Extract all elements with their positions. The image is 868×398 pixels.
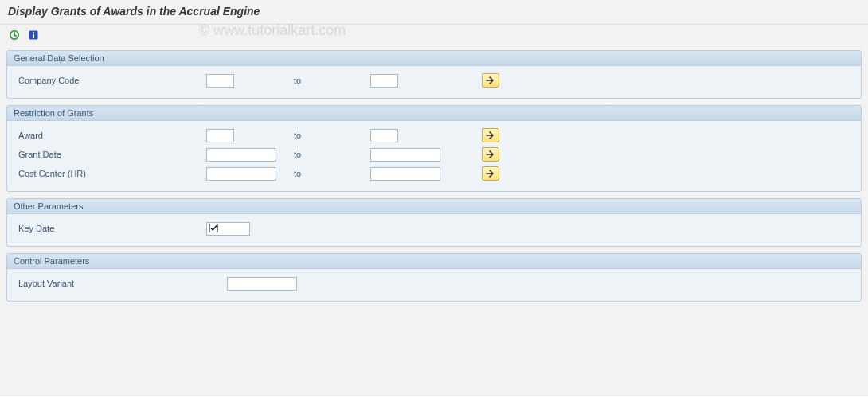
cost-center-to-input[interactable] bbox=[370, 167, 440, 181]
row-award: Award to bbox=[15, 126, 853, 145]
row-company-code: Company Code to bbox=[15, 71, 853, 90]
grant-date-multiselect-button[interactable] bbox=[482, 147, 499, 162]
page-title: Display Grants of Awards in the Accrual … bbox=[8, 5, 860, 18]
title-bar: Display Grants of Awards in the Accrual … bbox=[0, 0, 868, 25]
grant-date-to-input[interactable] bbox=[370, 148, 440, 162]
to-label: to bbox=[294, 169, 370, 178]
arrow-right-icon bbox=[486, 150, 495, 158]
company-code-multiselect-button[interactable] bbox=[482, 73, 499, 88]
group-body-control: Layout Variant bbox=[7, 269, 861, 301]
arrow-right-icon bbox=[486, 76, 495, 84]
info-icon bbox=[28, 29, 39, 41]
group-header-control: Control Parameters bbox=[7, 254, 861, 269]
group-body-other: Key Date bbox=[7, 214, 861, 246]
svg-rect-2 bbox=[33, 32, 34, 33]
key-date-input[interactable] bbox=[206, 222, 250, 236]
row-cost-center: Cost Center (HR) to bbox=[15, 164, 853, 183]
group-body-restriction: Award to Grant Date to bbox=[7, 121, 861, 191]
arrow-right-icon bbox=[486, 170, 495, 178]
layout-variant-label: Layout Variant bbox=[15, 279, 227, 288]
to-label: to bbox=[294, 131, 370, 140]
grant-date-from-input[interactable] bbox=[206, 148, 276, 162]
toolbar bbox=[0, 25, 868, 47]
row-key-date: Key Date bbox=[15, 219, 853, 238]
award-from-input[interactable] bbox=[206, 129, 234, 142]
group-restriction: Restriction of Grants Award to Grant Dat… bbox=[6, 105, 862, 192]
content: General Data Selection Company Code to R… bbox=[0, 50, 868, 302]
arrow-right-icon bbox=[486, 131, 495, 139]
row-grant-date: Grant Date to bbox=[15, 145, 853, 164]
group-control: Control Parameters Layout Variant bbox=[6, 253, 862, 302]
to-label: to bbox=[294, 150, 370, 159]
company-code-to-input[interactable] bbox=[370, 74, 398, 88]
award-to-input[interactable] bbox=[370, 129, 398, 142]
to-label: to bbox=[294, 76, 370, 85]
group-body-general: Company Code to bbox=[7, 66, 861, 98]
key-date-label: Key Date bbox=[15, 224, 206, 233]
cost-center-from-input[interactable] bbox=[206, 167, 276, 181]
info-button[interactable] bbox=[25, 28, 41, 42]
group-other: Other Parameters Key Date bbox=[6, 198, 862, 247]
company-code-from-input[interactable] bbox=[206, 74, 234, 88]
layout-variant-input[interactable] bbox=[227, 277, 297, 291]
row-layout-variant: Layout Variant bbox=[15, 274, 853, 293]
svg-rect-3 bbox=[33, 34, 34, 38]
award-multiselect-button[interactable] bbox=[482, 128, 499, 142]
cost-center-label: Cost Center (HR) bbox=[15, 169, 206, 178]
grant-date-label: Grant Date bbox=[15, 150, 206, 159]
group-header-restriction: Restriction of Grants bbox=[7, 106, 861, 121]
company-code-label: Company Code bbox=[15, 76, 206, 85]
group-general-data: General Data Selection Company Code to bbox=[6, 50, 862, 99]
group-header-general: General Data Selection bbox=[7, 51, 861, 66]
execute-button[interactable] bbox=[6, 28, 22, 42]
award-label: Award bbox=[15, 131, 206, 140]
cost-center-multiselect-button[interactable] bbox=[482, 166, 499, 181]
clock-execute-icon bbox=[9, 29, 20, 41]
group-header-other: Other Parameters bbox=[7, 199, 861, 214]
